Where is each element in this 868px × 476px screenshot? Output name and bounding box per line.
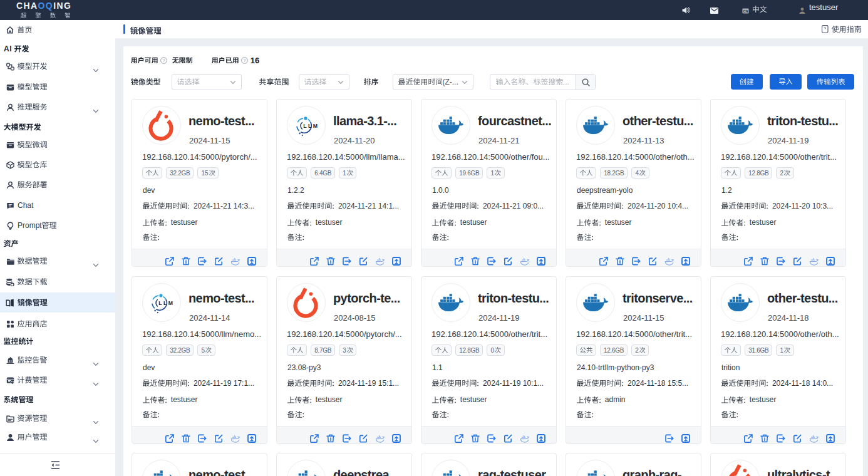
svg-text:LLM: LLM: [303, 123, 319, 129]
svg-text:LLM: LLM: [158, 300, 174, 306]
svg-text:?: ?: [162, 58, 165, 63]
svg-text:?: ?: [243, 58, 245, 63]
svg-text:CN: CN: [743, 9, 748, 13]
